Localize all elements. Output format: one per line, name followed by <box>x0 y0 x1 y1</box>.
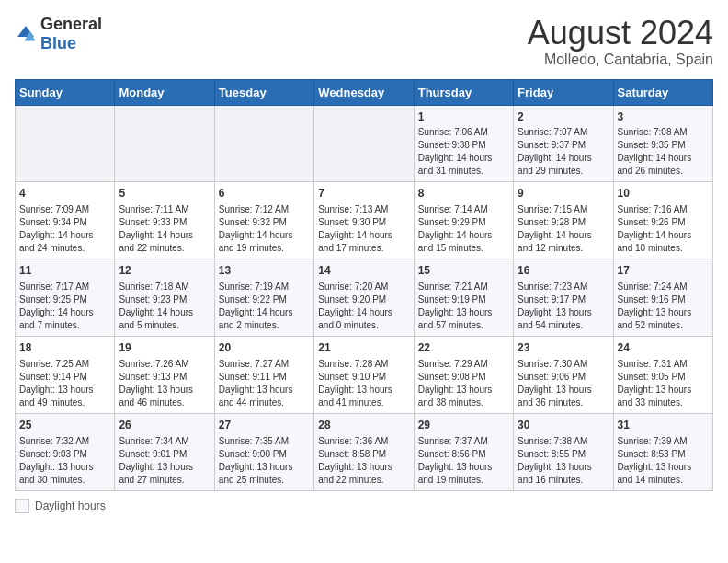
day-number: 12 <box>119 263 210 279</box>
legend-label: Daylight hours <box>35 500 106 512</box>
day-number: 28 <box>318 418 409 433</box>
day-number: 10 <box>618 186 709 201</box>
day-info: Sunrise: 7:25 AM Sunset: 9:14 PM Dayligh… <box>19 358 110 409</box>
calendar-cell: 10Sunrise: 7:16 AM Sunset: 9:26 PM Dayli… <box>613 182 712 259</box>
day-number: 20 <box>219 340 310 356</box>
day-info: Sunrise: 7:12 AM Sunset: 9:32 PM Dayligh… <box>219 203 310 255</box>
calendar-cell: 20Sunrise: 7:27 AM Sunset: 9:11 PM Dayli… <box>214 336 313 413</box>
day-info: Sunrise: 7:19 AM Sunset: 9:22 PM Dayligh… <box>219 281 310 332</box>
calendar-cell: 26Sunrise: 7:34 AM Sunset: 9:01 PM Dayli… <box>115 413 214 490</box>
calendar-cell: 31Sunrise: 7:39 AM Sunset: 8:53 PM Dayli… <box>613 413 712 490</box>
day-header-monday: Monday <box>115 79 214 105</box>
calendar-cell: 22Sunrise: 7:29 AM Sunset: 9:08 PM Dayli… <box>414 336 513 413</box>
day-number: 21 <box>318 340 409 356</box>
title-area: August 2024 Molledo, Cantabria, Spain <box>528 15 713 68</box>
day-number: 14 <box>318 263 409 279</box>
day-number: 6 <box>219 186 310 201</box>
day-info: Sunrise: 7:26 AM Sunset: 9:13 PM Dayligh… <box>119 358 210 409</box>
calendar-cell: 21Sunrise: 7:28 AM Sunset: 9:10 PM Dayli… <box>314 336 414 413</box>
calendar-cell: 6Sunrise: 7:12 AM Sunset: 9:32 PM Daylig… <box>214 182 313 259</box>
day-number: 26 <box>119 418 210 433</box>
day-number: 31 <box>618 418 709 433</box>
day-header-tuesday: Tuesday <box>214 79 313 105</box>
day-header-friday: Friday <box>514 79 613 105</box>
day-number: 27 <box>219 418 310 433</box>
day-number: 24 <box>618 340 709 356</box>
main-title: August 2024 <box>528 15 713 52</box>
day-info: Sunrise: 7:38 AM Sunset: 8:55 PM Dayligh… <box>518 435 609 487</box>
day-info: Sunrise: 7:06 AM Sunset: 9:38 PM Dayligh… <box>418 126 509 178</box>
day-info: Sunrise: 7:31 AM Sunset: 9:05 PM Dayligh… <box>618 358 709 409</box>
calendar-cell: 29Sunrise: 7:37 AM Sunset: 8:56 PM Dayli… <box>414 413 513 490</box>
day-info: Sunrise: 7:07 AM Sunset: 9:37 PM Dayligh… <box>518 126 609 178</box>
day-number: 22 <box>418 340 509 356</box>
calendar-cell: 3Sunrise: 7:08 AM Sunset: 9:35 PM Daylig… <box>613 105 712 182</box>
day-number: 18 <box>19 340 110 356</box>
day-info: Sunrise: 7:16 AM Sunset: 9:26 PM Dayligh… <box>618 203 709 255</box>
week-row-1: 1Sunrise: 7:06 AM Sunset: 9:38 PM Daylig… <box>16 105 713 182</box>
calendar-cell: 30Sunrise: 7:38 AM Sunset: 8:55 PM Dayli… <box>514 413 613 490</box>
calendar-table: SundayMondayTuesdayWednesdayThursdayFrid… <box>15 79 713 491</box>
day-info: Sunrise: 7:15 AM Sunset: 9:28 PM Dayligh… <box>518 203 609 255</box>
day-number: 1 <box>418 109 509 125</box>
day-info: Sunrise: 7:32 AM Sunset: 9:03 PM Dayligh… <box>19 435 110 487</box>
calendar-cell: 24Sunrise: 7:31 AM Sunset: 9:05 PM Dayli… <box>613 336 712 413</box>
day-info: Sunrise: 7:35 AM Sunset: 9:00 PM Dayligh… <box>219 435 310 487</box>
legend-box <box>15 499 29 513</box>
day-info: Sunrise: 7:13 AM Sunset: 9:30 PM Dayligh… <box>318 203 409 255</box>
calendar-cell: 13Sunrise: 7:19 AM Sunset: 9:22 PM Dayli… <box>214 259 313 337</box>
day-header-sunday: Sunday <box>16 79 115 105</box>
calendar-cell: 23Sunrise: 7:30 AM Sunset: 9:06 PM Dayli… <box>514 336 613 413</box>
calendar-cell: 27Sunrise: 7:35 AM Sunset: 9:00 PM Dayli… <box>214 413 313 490</box>
day-number: 25 <box>19 418 110 433</box>
logo-icon <box>15 23 37 45</box>
day-info: Sunrise: 7:39 AM Sunset: 8:53 PM Dayligh… <box>618 435 709 487</box>
day-info: Sunrise: 7:20 AM Sunset: 9:20 PM Dayligh… <box>318 281 409 332</box>
day-number: 5 <box>119 186 210 201</box>
day-number: 9 <box>518 186 609 201</box>
day-info: Sunrise: 7:23 AM Sunset: 9:17 PM Dayligh… <box>518 281 609 332</box>
calendar-cell: 25Sunrise: 7:32 AM Sunset: 9:03 PM Dayli… <box>16 413 115 490</box>
calendar-cell: 28Sunrise: 7:36 AM Sunset: 8:58 PM Dayli… <box>314 413 414 490</box>
calendar-cell: 16Sunrise: 7:23 AM Sunset: 9:17 PM Dayli… <box>514 259 613 337</box>
logo-text: General Blue <box>40 15 102 53</box>
day-info: Sunrise: 7:37 AM Sunset: 8:56 PM Dayligh… <box>418 435 509 487</box>
day-header-wednesday: Wednesday <box>314 79 414 105</box>
day-headers-row: SundayMondayTuesdayWednesdayThursdayFrid… <box>16 79 713 105</box>
week-row-5: 25Sunrise: 7:32 AM Sunset: 9:03 PM Dayli… <box>16 413 713 490</box>
day-info: Sunrise: 7:21 AM Sunset: 9:19 PM Dayligh… <box>418 281 509 332</box>
day-number: 23 <box>518 340 609 356</box>
calendar-header: SundayMondayTuesdayWednesdayThursdayFrid… <box>16 79 713 105</box>
calendar-cell <box>214 105 313 182</box>
day-number: 19 <box>119 340 210 356</box>
day-number: 4 <box>19 186 110 201</box>
day-info: Sunrise: 7:24 AM Sunset: 9:16 PM Dayligh… <box>618 281 709 332</box>
week-row-4: 18Sunrise: 7:25 AM Sunset: 9:14 PM Dayli… <box>16 336 713 413</box>
day-info: Sunrise: 7:17 AM Sunset: 9:25 PM Dayligh… <box>19 281 110 332</box>
day-info: Sunrise: 7:08 AM Sunset: 9:35 PM Dayligh… <box>618 126 709 178</box>
day-info: Sunrise: 7:18 AM Sunset: 9:23 PM Dayligh… <box>119 281 210 332</box>
day-info: Sunrise: 7:09 AM Sunset: 9:34 PM Dayligh… <box>19 203 110 255</box>
day-info: Sunrise: 7:28 AM Sunset: 9:10 PM Dayligh… <box>318 358 409 409</box>
calendar-cell: 11Sunrise: 7:17 AM Sunset: 9:25 PM Dayli… <box>16 259 115 337</box>
day-number: 7 <box>318 186 409 201</box>
day-number: 17 <box>618 263 709 279</box>
day-number: 13 <box>219 263 310 279</box>
calendar-cell <box>314 105 414 182</box>
calendar-cell: 19Sunrise: 7:26 AM Sunset: 9:13 PM Dayli… <box>115 336 214 413</box>
calendar-cell: 1Sunrise: 7:06 AM Sunset: 9:38 PM Daylig… <box>414 105 513 182</box>
calendar-cell: 18Sunrise: 7:25 AM Sunset: 9:14 PM Dayli… <box>16 336 115 413</box>
day-number: 16 <box>518 263 609 279</box>
calendar-cell: 8Sunrise: 7:14 AM Sunset: 9:29 PM Daylig… <box>414 182 513 259</box>
day-number: 3 <box>618 109 709 125</box>
day-info: Sunrise: 7:29 AM Sunset: 9:08 PM Dayligh… <box>418 358 509 409</box>
day-number: 15 <box>418 263 509 279</box>
day-number: 8 <box>418 186 509 201</box>
calendar-cell: 9Sunrise: 7:15 AM Sunset: 9:28 PM Daylig… <box>514 182 613 259</box>
day-info: Sunrise: 7:36 AM Sunset: 8:58 PM Dayligh… <box>318 435 409 487</box>
day-header-thursday: Thursday <box>414 79 513 105</box>
day-info: Sunrise: 7:30 AM Sunset: 9:06 PM Dayligh… <box>518 358 609 409</box>
calendar-body: 1Sunrise: 7:06 AM Sunset: 9:38 PM Daylig… <box>16 105 713 490</box>
calendar-cell: 4Sunrise: 7:09 AM Sunset: 9:34 PM Daylig… <box>16 182 115 259</box>
calendar-cell: 15Sunrise: 7:21 AM Sunset: 9:19 PM Dayli… <box>414 259 513 337</box>
